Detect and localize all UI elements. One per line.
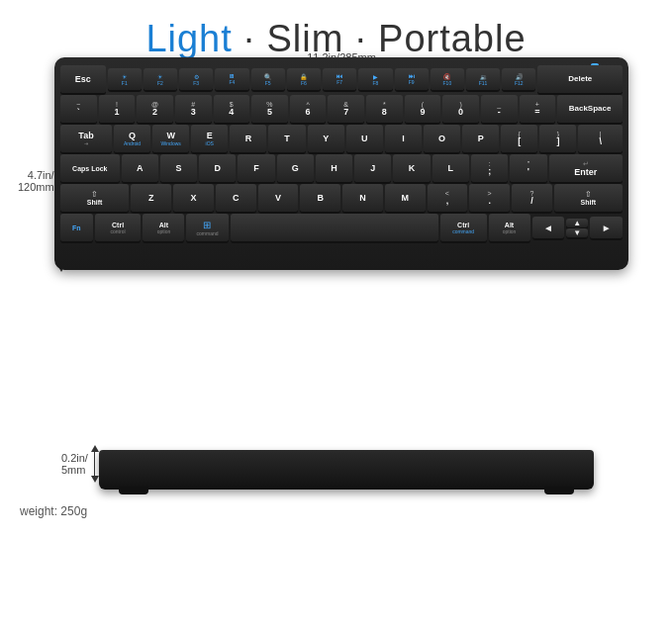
key-l[interactable]: L (432, 154, 469, 182)
key-rbracket[interactable]: }] (539, 125, 576, 152)
key-4[interactable]: $4 (214, 95, 250, 123)
key-i[interactable]: I (385, 125, 422, 152)
key-f12[interactable]: 🔊 F12 (502, 68, 535, 90)
key-comma[interactable]: <, (428, 184, 468, 212)
key-5[interactable]: %5 (251, 95, 288, 123)
key-capslock[interactable]: Caps Lock (60, 154, 120, 182)
key-minus[interactable]: _- (481, 95, 518, 123)
key-esc[interactable]: Esc (60, 65, 106, 93)
key-tilde[interactable]: ~` (60, 95, 97, 123)
key-1[interactable]: !1 (99, 95, 136, 123)
key-space[interactable] (231, 214, 438, 241)
key-row-qwerty: Tab ⇥ QAndroid WWindows EiOS R T Y U I O… (60, 125, 623, 152)
weight-label: weight: 250g (20, 504, 87, 518)
key-f2[interactable]: ☀ F2 (144, 68, 177, 90)
key-d[interactable]: D (199, 154, 236, 182)
key-win[interactable]: ⊞ command (186, 214, 228, 241)
key-semicolon[interactable]: :; (471, 154, 508, 182)
key-ctrl-right[interactable]: Ctrl command (440, 214, 487, 241)
key-f8[interactable]: ▶ F8 (358, 68, 392, 90)
key-row-asdf: Caps Lock A S D F G H J K L :; "' ↵ Ente… (60, 154, 623, 182)
key-2[interactable]: @2 (137, 95, 173, 123)
key-f4[interactable]: 🖥 F4 (215, 68, 248, 90)
foot-left (119, 487, 148, 494)
key-row-bottom: Fn Ctrl control Alt option ⊞ command Ctr… (60, 214, 623, 241)
key-h[interactable]: H (316, 154, 352, 182)
key-backslash[interactable]: |\ (578, 125, 623, 152)
key-w[interactable]: WWindows (152, 125, 189, 152)
key-row-zxcv: ⇧Shift Z X C V B N M <, >. ?/ ⇧Shift (60, 184, 623, 212)
key-m[interactable]: M (385, 184, 426, 212)
key-slash[interactable]: ?/ (512, 184, 552, 212)
key-lbracket[interactable]: {[ (501, 125, 537, 152)
thickness-label: 0.2in/ 5mm (61, 452, 88, 476)
key-f5[interactable]: 🔍 F5 (251, 68, 285, 90)
key-equals[interactable]: += (520, 95, 556, 123)
key-f3[interactable]: ⚙ F3 (179, 68, 213, 90)
key-arrow-up[interactable]: ▲ (566, 219, 588, 227)
key-arrow-right[interactable]: ► (590, 217, 623, 238)
key-f1[interactable]: ☀ F1 (108, 68, 142, 90)
height-label: 4.7in/ (28, 169, 54, 181)
key-t[interactable]: T (268, 125, 305, 152)
key-x[interactable]: X (173, 184, 214, 212)
key-tab[interactable]: Tab ⇥ (60, 125, 112, 152)
key-f7[interactable]: ⏮ F7 (323, 68, 356, 90)
key-alt-right[interactable]: Alt option (489, 214, 530, 241)
key-c[interactable]: C (216, 184, 256, 212)
key-y[interactable]: Y (308, 125, 344, 152)
key-delete[interactable]: Delete (537, 65, 623, 93)
key-j[interactable]: J (354, 154, 391, 182)
key-3[interactable]: #3 (175, 95, 212, 123)
key-alt-left[interactable]: Alt option (143, 214, 184, 241)
key-shift-right[interactable]: ⇧Shift (554, 184, 623, 212)
key-a[interactable]: A (122, 154, 158, 182)
key-7[interactable]: &7 (328, 95, 364, 123)
key-r[interactable]: R (230, 125, 266, 152)
key-8[interactable]: *8 (366, 95, 403, 123)
key-6[interactable]: ^6 (290, 95, 327, 123)
key-f6[interactable]: 🔒 F6 (287, 68, 321, 90)
key-arrow-left[interactable]: ◄ (532, 217, 565, 238)
key-p[interactable]: P (462, 125, 499, 152)
key-f11[interactable]: 🔉 F11 (466, 68, 500, 90)
key-0[interactable]: )0 (442, 95, 479, 123)
key-s[interactable]: S (160, 154, 197, 182)
arrow-down-thickness-icon (91, 476, 99, 483)
key-shift-left[interactable]: ⇧Shift (60, 184, 129, 212)
key-quote[interactable]: "' (510, 154, 546, 182)
arrow-up-thickness-icon (91, 445, 99, 452)
key-b[interactable]: B (300, 184, 340, 212)
key-fn[interactable]: Fn (60, 214, 93, 241)
key-enter[interactable]: ↵ Enter (549, 154, 624, 182)
key-row-numbers: ~` !1 @2 #3 $4 %5 ^6 &7 *8 (9 )0 _- += B… (60, 95, 623, 123)
key-f10[interactable]: 🔇 F10 (431, 68, 464, 90)
key-9[interactable]: (9 (405, 95, 441, 123)
keyboard-top-view: Esc ☀ F1 ☀ F2 ⚙ F3 🖥 F4 🔍 F5 🔒 F6 ⏮ F7 (54, 57, 628, 270)
key-g[interactable]: G (277, 154, 314, 182)
key-n[interactable]: N (342, 184, 383, 212)
key-z[interactable]: Z (131, 184, 171, 212)
foot-right (544, 487, 574, 494)
key-o[interactable]: O (424, 125, 460, 152)
key-k[interactable]: K (393, 154, 430, 182)
key-f9[interactable]: ⏭ F9 (395, 68, 429, 90)
key-arrow-down[interactable]: ▼ (566, 228, 588, 237)
key-row-fn: Esc ☀ F1 ☀ F2 ⚙ F3 🖥 F4 🔍 F5 🔒 F6 ⏮ F7 (60, 65, 623, 93)
keyboard-side-view (99, 450, 594, 490)
key-v[interactable]: V (258, 184, 299, 212)
key-e[interactable]: EiOS (191, 125, 228, 152)
keyboard-feet (99, 487, 594, 494)
thickness-dimension: 0.2in/ 5mm (61, 445, 99, 483)
key-backspace[interactable]: BackSpace (557, 95, 623, 123)
key-period[interactable]: >. (469, 184, 510, 212)
key-q[interactable]: QAndroid (114, 125, 150, 152)
key-ctrl-left[interactable]: Ctrl control (95, 214, 142, 241)
key-u[interactable]: U (346, 125, 383, 152)
key-f[interactable]: F (238, 154, 274, 182)
